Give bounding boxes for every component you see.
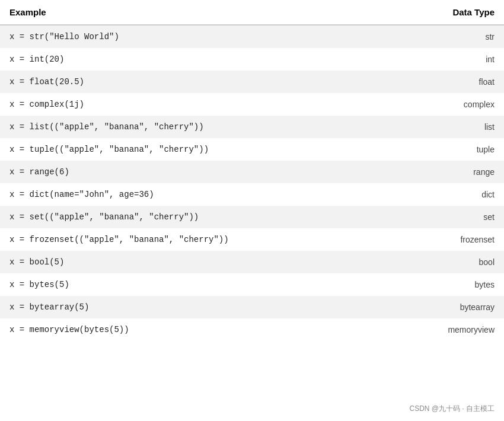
table-row: x = bool(5)bool [0,251,504,273]
table-row: x = complex(1j)complex [0,93,504,116]
type-cell: range [395,161,505,183]
table-header-row: Example Data Type [0,0,504,25]
code-cell: x = int(20) [0,48,395,71]
code-cell: x = list(("apple", "banana", "cherry")) [0,116,395,138]
type-cell: int [395,48,505,71]
type-cell: set [395,206,505,228]
type-cell: bytes [395,273,505,296]
table-row: x = int(20)int [0,48,504,71]
code-cell: x = dict(name="John", age=36) [0,183,395,206]
type-cell: tuple [395,138,505,161]
code-cell: x = set(("apple", "banana", "cherry")) [0,206,395,228]
type-cell: frozenset [395,228,505,251]
code-cell: x = complex(1j) [0,93,395,116]
example-column-header: Example [0,0,395,25]
table-row: x = frozenset(("apple", "banana", "cherr… [0,228,504,251]
type-cell: bool [395,251,505,273]
code-cell: x = tuple(("apple", "banana", "cherry")) [0,138,395,161]
table-row: x = str("Hello World")str [0,25,504,48]
data-types-table: Example Data Type x = str("Hello World")… [0,0,504,341]
code-cell: x = bytearray(5) [0,296,395,318]
code-cell: x = frozenset(("apple", "banana", "cherr… [0,228,395,251]
table-row: x = dict(name="John", age=36)dict [0,183,504,206]
type-cell: bytearray [395,296,505,318]
type-cell: dict [395,183,505,206]
table-row: x = list(("apple", "banana", "cherry"))l… [0,116,504,138]
table-row: x = tuple(("apple", "banana", "cherry"))… [0,138,504,161]
code-cell: x = bool(5) [0,251,395,273]
code-cell: x = float(20.5) [0,71,395,93]
table-row: x = set(("apple", "banana", "cherry"))se… [0,206,504,228]
table-row: x = range(6)range [0,161,504,183]
table-row: x = bytes(5)bytes [0,273,504,296]
code-cell: x = memoryview(bytes(5)) [0,318,395,341]
table-row: x = bytearray(5)bytearray [0,296,504,318]
type-cell: complex [395,93,505,116]
table-row: x = memoryview(bytes(5))memoryview [0,318,504,341]
type-cell: memoryview [395,318,505,341]
code-cell: x = bytes(5) [0,273,395,296]
code-cell: x = str("Hello World") [0,25,395,48]
code-cell: x = range(6) [0,161,395,183]
datatype-column-header: Data Type [395,0,505,25]
type-cell: float [395,71,505,93]
table-row: x = float(20.5)float [0,71,504,93]
type-cell: list [395,116,505,138]
watermark: CSDN @九十码 · 自主模工 [406,403,498,415]
type-cell: str [395,25,505,48]
